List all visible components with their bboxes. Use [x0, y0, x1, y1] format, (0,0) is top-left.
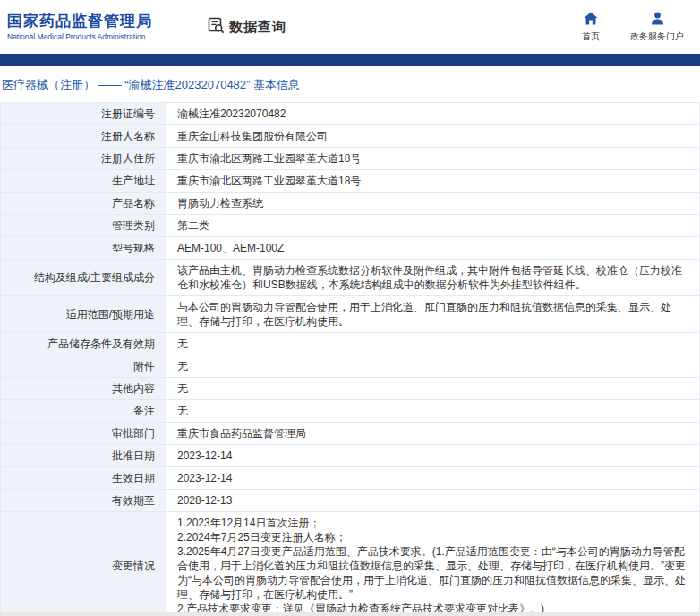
site-header: 国家药品监督管理局 National Medical Products Admi…: [0, 0, 700, 54]
table-row: 附件 无: [1, 355, 700, 378]
table-row: 生产地址 重庆市渝北区两路工业园翠堇大道18号: [1, 170, 700, 192]
data-query-label: 数据查询: [229, 19, 286, 36]
row-value: 重庆市食品药品监督管理局: [166, 423, 700, 445]
row-label: 变更情况: [1, 512, 166, 612]
divider-bar: [0, 54, 700, 66]
table-row: 适用范围/预期用途 与本公司的胃肠动力导管配合使用，用于上消化道、肛门直肠的压力…: [1, 296, 700, 333]
row-label: 产品储存条件及有效期: [1, 333, 166, 355]
row-value: AEM-100、AEM-100Z: [166, 237, 700, 260]
row-label: 适用范围/预期用途: [1, 296, 166, 333]
org-name-en: National Medical Products Administration: [7, 31, 152, 42]
row-value: 无: [166, 333, 700, 355]
row-label: 注册人名称: [1, 125, 166, 148]
table-row: 型号规格 AEM-100、AEM-100Z: [1, 237, 700, 260]
home-icon: [584, 12, 598, 29]
table-row: 注册人名称 重庆金山科技集团股份有限公司: [1, 125, 700, 148]
row-label: 备注: [1, 400, 166, 423]
table-row: 产品名称 胃肠动力检查系统: [1, 192, 700, 215]
table-row: 审批部门 重庆市食品药品监督管理局: [1, 423, 700, 445]
row-value: 无: [166, 355, 700, 378]
top-nav: 首页 政务服务门户: [582, 12, 684, 43]
table-row: 生效日期 2023-12-14: [1, 467, 700, 490]
row-label: 管理类别: [1, 215, 166, 237]
row-label: 批准日期: [1, 445, 166, 467]
table-row: 注册人住所 重庆市渝北区两路工业园翠堇大道18号: [1, 148, 700, 170]
row-value: 重庆市渝北区两路工业园翠堇大道18号: [166, 170, 700, 192]
table-row: 产品储存条件及有效期 无: [1, 333, 700, 355]
breadcrumb: 医疗器械（注册） —— “渝械注准20232070482” 基本信息: [0, 66, 700, 102]
info-table: 注册证编号 渝械注准20232070482 注册人名称 重庆金山科技集团股份有限…: [0, 102, 700, 612]
table-row: 备注 无: [1, 400, 700, 423]
row-label: 结构及组成/主要组成成分: [1, 260, 166, 296]
nav-home[interactable]: 首页: [582, 12, 600, 43]
row-label: 生效日期: [1, 467, 166, 490]
table-row: 注册证编号 渝械注准20232070482: [1, 103, 700, 125]
row-value: 2023-12-14: [166, 467, 700, 490]
page: 国家药品监督管理局 National Medical Products Admi…: [0, 0, 700, 612]
data-query-title: 数据查询: [208, 17, 286, 38]
row-value: 胃肠动力检查系统: [166, 192, 700, 215]
row-value: 2023-12-14: [166, 445, 700, 467]
row-value: 1.2023年12月14日首次注册； 2.2024年7月25日变更注册人名称； …: [166, 512, 700, 612]
table-row: 其他内容 无: [1, 378, 700, 400]
nav-portal-label: 政务服务门户: [630, 30, 684, 43]
table-row: 结构及组成/主要组成成分 该产品由主机、胃肠动力检查系统数据分析软件及附件组成，…: [1, 260, 700, 296]
row-label: 产品名称: [1, 192, 166, 215]
row-value: 重庆金山科技集团股份有限公司: [166, 125, 700, 148]
data-query-icon: [208, 17, 225, 38]
row-value: 与本公司的胃肠动力导管配合使用，用于上消化道、肛门直肠的压力和阻抗值数据信息的采…: [166, 296, 700, 333]
org-name-cn: 国家药品监督管理局: [7, 12, 152, 31]
nav-home-label: 首页: [582, 30, 600, 43]
row-value: 无: [166, 378, 700, 400]
row-label: 审批部门: [1, 423, 166, 445]
nav-portal[interactable]: 政务服务门户: [630, 12, 684, 43]
row-value: 第二类: [166, 215, 700, 237]
table-row: 批准日期 2023-12-14: [1, 445, 700, 467]
row-value: 渝械注准20232070482: [166, 103, 700, 125]
row-label: 注册人住所: [1, 148, 166, 170]
row-value: 2028-12-13: [166, 490, 700, 512]
row-label: 生产地址: [1, 170, 166, 192]
row-value: 无: [166, 400, 700, 423]
row-label: 有效期至: [1, 490, 166, 512]
table-row: 变更情况 1.2023年12月14日首次注册； 2.2024年7月25日变更注册…: [1, 512, 700, 612]
table-row: 有效期至 2028-12-13: [1, 490, 700, 512]
org-logo[interactable]: 国家药品监督管理局 National Medical Products Admi…: [7, 12, 152, 42]
person-icon: [651, 12, 664, 29]
row-value: 重庆市渝北区两路工业园翠堇大道18号: [166, 148, 700, 170]
row-label: 附件: [1, 355, 166, 378]
row-label: 注册证编号: [1, 103, 166, 125]
table-row: 管理类别 第二类: [1, 215, 700, 237]
row-label: 型号规格: [1, 237, 166, 260]
row-value: 该产品由主机、胃肠动力检查系统数据分析软件及附件组成，其中附件包括导管延长线、校…: [166, 260, 700, 296]
row-label: 其他内容: [1, 378, 166, 400]
info-table-body: 注册证编号 渝械注准20232070482 注册人名称 重庆金山科技集团股份有限…: [1, 103, 700, 612]
